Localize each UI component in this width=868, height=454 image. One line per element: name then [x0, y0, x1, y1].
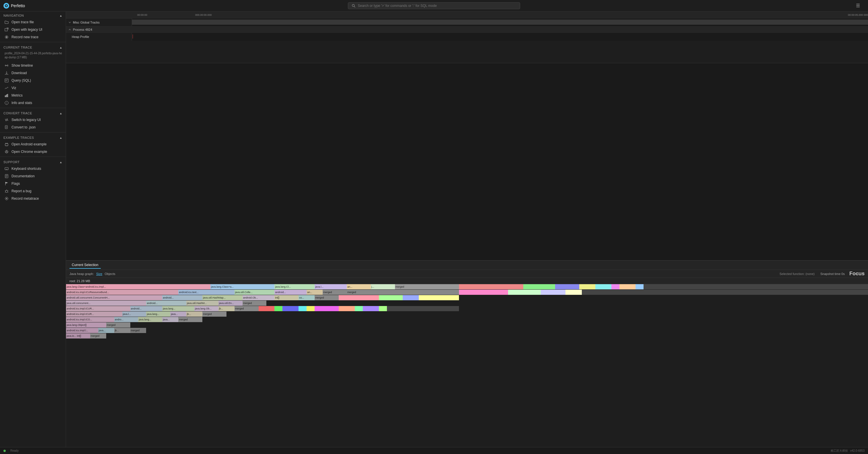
filter-icon[interactable]: ⚙ [856, 271, 861, 277]
search-input[interactable] [358, 4, 516, 8]
fg-bar[interactable]: java... [170, 311, 186, 317]
objects-tab[interactable]: Objects [104, 272, 115, 276]
fg-bar[interactable]: merged [235, 306, 259, 311]
heap-content[interactable] [132, 33, 868, 41]
fg-bar[interactable]: jb... [114, 328, 130, 333]
fg-bar-label: java.util.En... [219, 302, 234, 305]
fg-bar[interactable]: jb... [218, 306, 235, 311]
fg-bar[interactable]: android.icu.impl.ICUResourceBund... [66, 290, 178, 295]
sidebar-item-chrome[interactable]: Open Chrome example [0, 148, 66, 155]
hamburger-menu[interactable]: ☰ [856, 3, 860, 8]
sidebar-item-show-timeline[interactable]: Show timeline [0, 62, 66, 69]
fg-bar[interactable]: an... [307, 290, 322, 295]
fg-bar[interactable]: an... [347, 284, 371, 289]
fg-bar[interactable]: j... [371, 284, 395, 289]
fg-bar[interactable]: java.util.En... [218, 301, 243, 306]
sidebar-item-metrics[interactable]: Metrics [0, 92, 66, 99]
svg-point-38 [5, 190, 8, 193]
fg-bar[interactable]: android.util.concurrent.ConcurrentH... [66, 295, 162, 300]
fg-bar[interactable]: merged [347, 290, 459, 295]
fg-bar[interactable]: merged [395, 284, 459, 289]
fg-bar[interactable]: android... [162, 295, 203, 300]
fg-bar[interactable]: java.util.HashMap... [203, 295, 243, 300]
fg-bar[interactable]: java.l... [315, 284, 347, 289]
fg-bar-label: android... [147, 302, 158, 305]
current-trace-section-header[interactable]: Current Trace ▲ [0, 44, 66, 50]
search-bar[interactable] [348, 2, 520, 9]
fg-bar-label: android... [131, 307, 142, 310]
support-section-header[interactable]: Support ▲ [0, 158, 66, 165]
fg-bar[interactable]: android.icu.impl.l... [66, 328, 98, 333]
nav-section-header[interactable]: Navigation ▲ [0, 11, 66, 19]
track-misc-content [132, 19, 868, 26]
fg-bar[interactable]: merged [322, 290, 347, 295]
fg-bar[interactable]: jb... [186, 311, 203, 317]
fg-bar[interactable]: int[] [274, 295, 299, 300]
sidebar-item-info[interactable]: i Info and stats [0, 99, 66, 107]
timeline-icon [5, 63, 9, 67]
collapse-icon [68, 28, 71, 31]
track-misc-global[interactable]: Misc Global Tracks [66, 19, 868, 26]
fg-bar[interactable]: android.icu.impl.ICO... [66, 317, 114, 322]
fg-bar[interactable]: java.lang.Cl... [274, 284, 315, 289]
fg-bar[interactable]: android... [130, 306, 162, 311]
folder-open-icon [5, 20, 9, 24]
fg-bar-label: merged [91, 335, 100, 337]
download-icon [5, 71, 9, 75]
fg-bar[interactable]: java.lang.Object[] [66, 322, 106, 328]
close-panel-icon[interactable]: ✕ [862, 271, 866, 277]
process-header[interactable]: Process 4824 [66, 26, 868, 33]
sidebar-item-flags[interactable]: Flags [0, 180, 66, 187]
fg-bar[interactable]: merged [203, 311, 226, 317]
fg-row-7: java.lang.Object[] merged [66, 322, 868, 328]
convert-section-header[interactable]: Convert trace ▲ [0, 109, 66, 116]
sidebar-item-query[interactable]: Query (SQL) [0, 77, 66, 84]
fg-bar[interactable]: java.util.Colle... [235, 290, 275, 295]
fg-bar[interactable]: java.lang... [138, 317, 162, 322]
fg-row-4: android.icu.impl.ICUR... android... java… [66, 306, 868, 311]
examples-section-header[interactable]: Example Traces ▲ [0, 134, 66, 141]
fg-bar[interactable]: android.Ob... [243, 295, 275, 300]
sidebar-item-switch-legacy[interactable]: Switch to legacy UI [0, 116, 66, 123]
sidebar-item-record[interactable]: Record new trace [0, 33, 66, 41]
sidebar-item-convert-json[interactable]: Convert to .json [0, 123, 66, 131]
fg-bar[interactable]: android.icu.impl.ICUR... [66, 311, 122, 317]
fg-bar[interactable]: co... [299, 295, 315, 300]
fg-bar[interactable]: java... [98, 328, 114, 333]
fg-bar[interactable]: android.icu.impl.ICUR... [66, 306, 130, 311]
sidebar-item-bug[interactable]: Report a bug [0, 187, 66, 195]
fg-bar[interactable]: java.lang... [162, 306, 194, 311]
sidebar-item-docs[interactable]: Documentation [0, 172, 66, 180]
fg-bar[interactable]: java.util.concurrent... [66, 301, 146, 306]
fg-bar[interactable]: java.lang.Class+android.icu.impl... [66, 284, 210, 289]
sidebar-item-open-trace[interactable]: Open trace file [0, 19, 66, 26]
fg-bar[interactable]: java.lang.Ob... [194, 306, 218, 311]
fg-bar[interactable]: merged [315, 295, 339, 300]
fg-bar[interactable]: java.io... int[] [66, 333, 90, 339]
fg-bar[interactable]: merged [90, 333, 106, 339]
sidebar-item-viz[interactable]: Viz [0, 84, 66, 92]
sidebar-item-metatrace[interactable]: Record metatrace [0, 195, 66, 202]
fg-bar[interactable]: merged [243, 301, 267, 306]
fg-bar[interactable]: android.icu.text... [178, 290, 235, 295]
fg-bar[interactable]: merged [106, 322, 130, 328]
fg-row-5: android.icu.impl.ICUR... java.l... java.… [66, 311, 868, 317]
sidebar-item-android[interactable]: Open Android example [0, 141, 66, 148]
fg-bar[interactable]: java.util.HashM... [186, 301, 218, 306]
sidebar-item-keyboard[interactable]: Keyboard shortcuts [0, 165, 66, 172]
fg-bar[interactable]: merged [130, 328, 146, 333]
current-selection-tab[interactable]: Current Selection [69, 262, 101, 269]
fg-bar[interactable]: andro... [114, 317, 138, 322]
fg-bar[interactable]: android... [274, 290, 307, 295]
size-tab[interactable]: Size [96, 272, 102, 276]
fg-bar[interactable]: java.lang.Class+a... [210, 284, 275, 289]
sidebar-item-open-legacy[interactable]: Open with legacy UI [0, 26, 66, 33]
fg-bar[interactable]: java.lang... [146, 311, 170, 317]
fg-bar[interactable]: android... [146, 301, 186, 306]
report-bug-label: Report a bug [11, 189, 31, 193]
fg-bar-label: java.lang.Object[] [67, 323, 87, 327]
fg-bar[interactable]: java.l... [122, 311, 146, 317]
fg-bar[interactable]: merged [178, 317, 203, 322]
sidebar-item-download[interactable]: Download [0, 69, 66, 77]
fg-bar[interactable]: java... [162, 317, 178, 322]
